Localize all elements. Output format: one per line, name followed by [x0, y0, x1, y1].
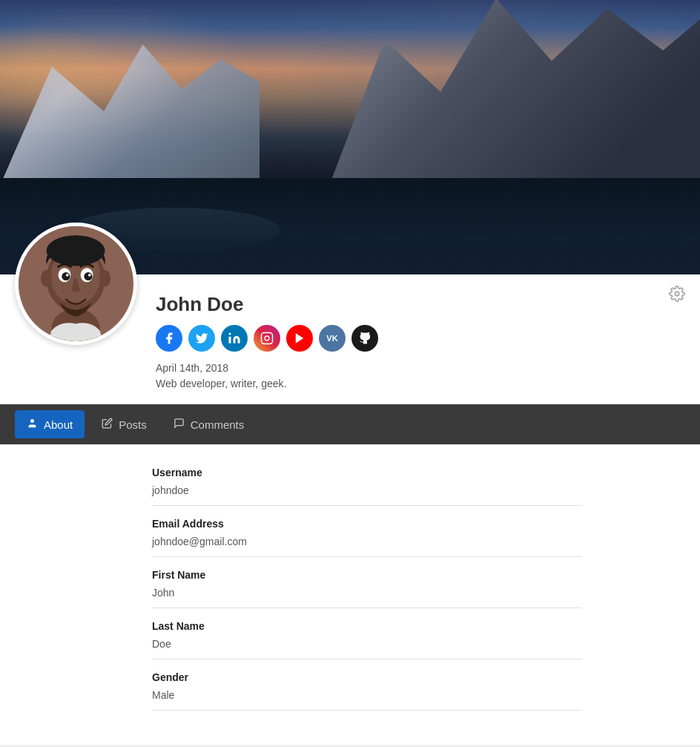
email-field: Email Address johndoe@gmail.com [152, 518, 582, 557]
profile-info-row: John Doe [0, 274, 700, 389]
linkedin-icon[interactable] [221, 325, 248, 352]
lastname-label: Last Name [152, 620, 582, 632]
gender-field: Gender Male [152, 671, 582, 711]
social-icons: VK [156, 325, 685, 352]
tab-comments-label: Comments [191, 418, 245, 431]
lastname-field: Last Name Doe [152, 620, 582, 659]
firstname-field: First Name John [152, 569, 582, 608]
svg-point-10 [41, 270, 52, 287]
tab-about[interactable]: About [15, 410, 85, 438]
vk-icon[interactable]: VK [319, 325, 346, 352]
profile-date: April 14th, 2018 [156, 362, 685, 374]
mountain-left [0, 37, 260, 185]
posts-icon [102, 418, 113, 431]
svg-point-8 [66, 274, 69, 277]
instagram-icon[interactable] [254, 325, 280, 352]
tab-posts[interactable]: Posts [88, 404, 160, 444]
comments-icon [174, 418, 185, 431]
nav-tabs: About Posts Comments [0, 404, 700, 444]
email-value: johndoe@gmail.com [152, 536, 582, 547]
username-field: Username johndoe [152, 467, 582, 506]
profile-bio: Web developer, writer, geek. [156, 378, 685, 389]
content-area: Username johndoe Email Address johndoe@g… [0, 444, 700, 745]
gender-value: Male [152, 689, 582, 701]
username-label: Username [152, 467, 582, 478]
svg-point-18 [675, 292, 679, 296]
facebook-icon[interactable] [156, 325, 182, 352]
svg-point-6 [62, 272, 70, 280]
firstname-label: First Name [152, 569, 582, 581]
username-value: johndoe [152, 484, 582, 496]
github-icon[interactable] [351, 325, 378, 352]
svg-point-19 [30, 419, 34, 423]
svg-rect-15 [262, 333, 273, 344]
svg-point-11 [99, 270, 110, 287]
firstname-value: John [152, 587, 582, 599]
svg-marker-17 [296, 333, 304, 343]
profile-details: John Doe [156, 282, 685, 389]
svg-point-7 [84, 272, 92, 280]
tab-about-label: About [44, 418, 73, 431]
about-icon [27, 418, 38, 431]
tab-posts-label: Posts [119, 418, 147, 431]
mountain-right [329, 0, 700, 185]
gender-label: Gender [152, 671, 582, 683]
twitter-icon[interactable] [188, 325, 215, 352]
profile-name: John Doe [156, 293, 685, 316]
tab-comments[interactable]: Comments [160, 404, 258, 444]
profile-section: John Doe [0, 274, 700, 404]
svg-rect-13 [229, 337, 231, 343]
vk-label: VK [326, 334, 337, 343]
about-fields: Username johndoe Email Address johndoe@g… [152, 467, 582, 711]
settings-icon[interactable] [669, 286, 685, 306]
youtube-icon[interactable] [286, 325, 313, 352]
svg-point-14 [229, 333, 231, 335]
email-label: Email Address [152, 518, 582, 530]
lastname-value: Doe [152, 638, 582, 650]
avatar [15, 223, 137, 345]
svg-point-9 [88, 274, 91, 277]
